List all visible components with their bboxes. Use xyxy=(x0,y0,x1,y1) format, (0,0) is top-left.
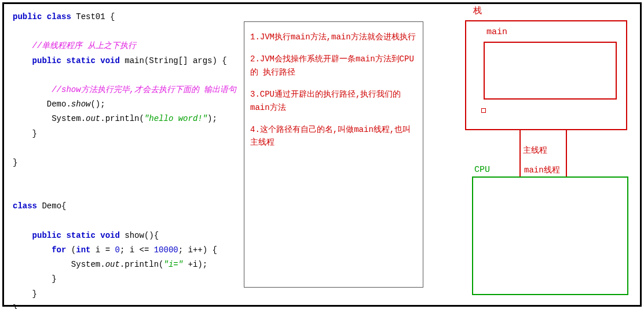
for-open: ( xyxy=(66,245,76,255)
small-handle xyxy=(481,108,486,113)
show-params: (){ xyxy=(144,231,159,240)
brace-close: } xyxy=(13,304,17,309)
system: System. xyxy=(71,260,105,269)
hello-string: "hello word!" xyxy=(144,114,207,123)
kw-for: for xyxy=(52,245,66,255)
main-thread-label-en: main线程 xyxy=(524,165,560,175)
num-zero: 0 xyxy=(115,245,119,255)
for-cond: ; i <= xyxy=(120,245,154,255)
kw-static: static xyxy=(66,56,95,65)
for-inc: ; i++) { xyxy=(178,245,217,255)
note-4: 4.这个路径有自己的名,叫做main线程,也叫主线程 xyxy=(250,123,417,149)
notes-panel: 1.JVM执行main方法,main方法就会进栈执行 2.JVM会找操作系统开辟… xyxy=(244,21,423,288)
demo-call: Demo. xyxy=(47,100,71,109)
class-name: Test01 xyxy=(76,12,105,21)
kw-static: static xyxy=(66,231,95,240)
brace: { xyxy=(110,12,115,21)
brace-close: } xyxy=(52,274,56,284)
note-2: 2.JVM会找操作系统开辟一条main方法到CPU的 执行路径 xyxy=(250,53,417,79)
outer-frame: public class Test01 { //单线程程序 从上之下执行 pub… xyxy=(2,2,642,307)
main-thread-label-cn: 主线程 xyxy=(523,145,547,156)
note-3: 3.CPU通过开辟出的执行路径,执行我们的main方法 xyxy=(250,88,417,114)
kw-class: class xyxy=(47,12,71,21)
brace-close: } xyxy=(32,129,37,138)
show-method: show xyxy=(125,231,144,240)
i-string: "i=" xyxy=(163,260,183,269)
comment-show: //show方法执行完毕,才会去执行下面的 输出语句 xyxy=(52,85,236,94)
main-method: main xyxy=(125,56,144,65)
code-block: public class Test01 { //单线程程序 从上之下执行 pub… xyxy=(13,10,244,309)
println-end: ); xyxy=(207,114,217,123)
kw-public: public xyxy=(32,231,61,240)
out: out xyxy=(86,114,100,123)
wire-left xyxy=(519,130,521,176)
note-1: 1.JVM执行main方法,main方法就会进栈执行 xyxy=(250,31,417,43)
brace-close: } xyxy=(13,158,17,167)
kw-int: int xyxy=(76,245,90,255)
kw-void: void xyxy=(100,231,120,240)
kw-public: public xyxy=(32,56,61,65)
println: .println( xyxy=(120,260,164,269)
system: System. xyxy=(52,114,86,123)
comment-single-thread: //单线程程序 从上之下执行 xyxy=(32,41,136,50)
brace: { xyxy=(61,201,66,211)
kw-public: public xyxy=(13,12,42,21)
num-10000: 10000 xyxy=(154,245,178,255)
kw-class: class xyxy=(13,201,37,211)
plus-i: +i); xyxy=(183,260,207,269)
stack-box: main xyxy=(465,20,627,130)
demo-end: (); xyxy=(90,100,105,109)
main-frame-box xyxy=(484,42,617,100)
class-demo: Demo xyxy=(42,201,61,211)
demo-show: show xyxy=(71,100,91,109)
println: .println( xyxy=(100,114,144,123)
cpu-label: CPU xyxy=(474,165,490,175)
for-init: i = xyxy=(90,245,115,255)
main-label: main xyxy=(486,27,507,37)
kw-void: void xyxy=(100,56,120,65)
diagram-panel: 栈 main 主线程 CPU main线程 xyxy=(456,4,641,305)
code-panel: public class Test01 { //单线程程序 从上之下执行 pub… xyxy=(13,10,244,309)
main-params: (String[] args) { xyxy=(144,56,227,65)
stack-label: 栈 xyxy=(473,5,482,16)
wire-right xyxy=(566,130,567,176)
cpu-box xyxy=(472,176,628,295)
out: out xyxy=(105,260,120,269)
brace-close: } xyxy=(32,289,37,299)
